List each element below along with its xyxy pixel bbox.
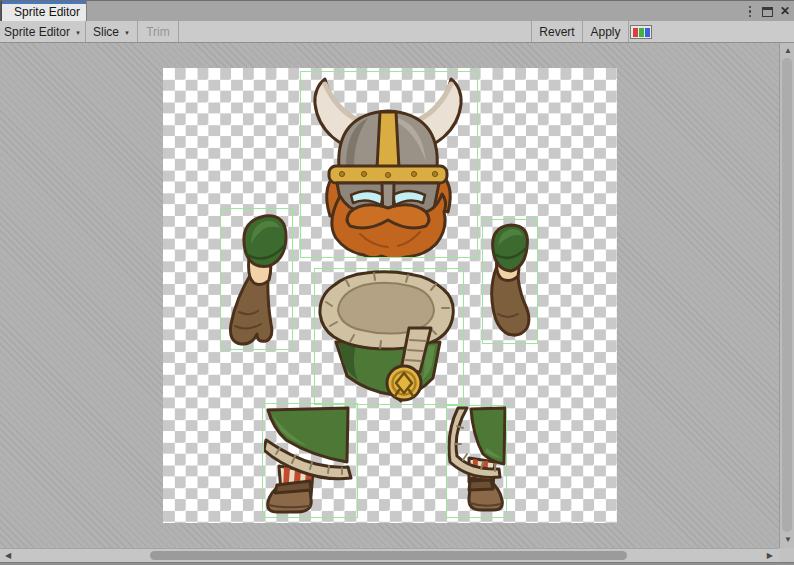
sprite-editor-window: Sprite Editor ✕ Sprite Editor ▼ Slice ▼ … (0, 0, 794, 565)
toolbar-separator (178, 21, 179, 42)
slice-rect-torso[interactable] (314, 268, 464, 405)
slice-rect-left-arm[interactable] (220, 208, 293, 350)
trim-button[interactable]: Trim (138, 21, 178, 42)
slice-dropdown-label: Slice (93, 25, 119, 39)
scroll-left-icon[interactable]: ◀ (5, 552, 11, 560)
slice-rect-right-arm[interactable] (482, 219, 538, 344)
scroll-down-icon[interactable]: ▼ (784, 536, 792, 544)
vertical-scrollbar-thumb[interactable] (782, 58, 792, 532)
sprite-editor-mode-label: Sprite Editor (4, 25, 70, 39)
revert-button[interactable]: Revert (532, 21, 582, 42)
toolbar-left-group: Sprite Editor ▼ Slice ▼ Trim (0, 21, 179, 42)
close-icon[interactable]: ✕ (780, 5, 790, 18)
tab-active-indicator (2, 1, 86, 4)
sprite-editor-mode-dropdown[interactable]: Sprite Editor ▼ (0, 21, 85, 42)
titlebar: Sprite Editor ✕ (0, 0, 794, 21)
titlebar-icons: ✕ (745, 1, 790, 22)
rgb-channels-button[interactable] (630, 25, 652, 39)
maximize-icon[interactable] (762, 7, 773, 17)
blue-channel-icon (645, 28, 650, 37)
kebab-menu-icon[interactable] (745, 5, 755, 18)
toolbar-right-group: Revert Apply (531, 21, 629, 42)
chevron-down-icon: ▼ (75, 30, 81, 36)
tab-sprite-editor[interactable]: Sprite Editor (1, 1, 87, 22)
toolbar: Sprite Editor ▼ Slice ▼ Trim Revert Appl… (0, 21, 794, 43)
slice-rect-head[interactable] (300, 71, 478, 258)
canvas-area[interactable] (0, 43, 779, 548)
slice-dropdown[interactable]: Slice ▼ (86, 21, 137, 42)
horizontal-scrollbar-thumb[interactable] (150, 551, 627, 560)
horizontal-scrollbar[interactable]: ◀ ▶ (0, 548, 779, 562)
scroll-right-icon[interactable]: ▶ (767, 552, 773, 560)
scroll-up-icon[interactable]: ▲ (784, 47, 792, 55)
slice-rect-left-leg[interactable] (262, 403, 358, 518)
apply-button[interactable]: Apply (583, 21, 628, 42)
red-channel-icon (633, 28, 638, 37)
chevron-down-icon: ▼ (124, 30, 130, 36)
scrollbar-corner (779, 548, 794, 562)
vertical-scrollbar[interactable]: ▲ ▼ (779, 43, 794, 548)
toolbar-separator (628, 21, 629, 42)
green-channel-icon (639, 28, 644, 37)
tab-title: Sprite Editor (14, 5, 80, 19)
slice-rect-right-leg[interactable] (446, 405, 507, 518)
